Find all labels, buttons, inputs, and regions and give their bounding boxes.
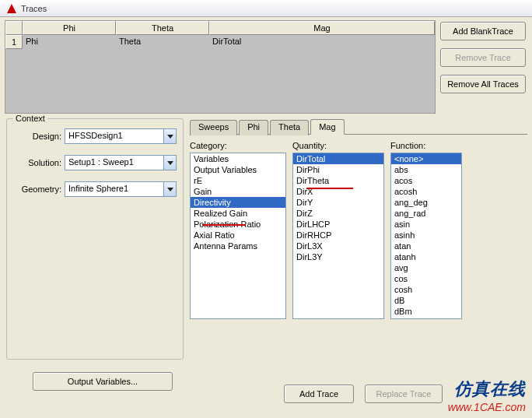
quantity-listbox[interactable]: DirTotalDirPhiDirThetaDirXDirYDirZDirLHC… — [292, 153, 384, 319]
category-listbox[interactable]: VariablesOutput VariablesrEGainDirectivi… — [190, 153, 286, 319]
remove-all-traces-button[interactable]: Remove All Traces — [440, 75, 526, 93]
list-item[interactable]: Gain — [191, 186, 285, 197]
solution-value: Setup1 : Sweep1 — [65, 156, 163, 170]
chevron-down-icon[interactable] — [163, 156, 176, 170]
list-item[interactable]: dBm — [391, 306, 461, 317]
geometry-combo[interactable]: Infinite Sphere1 — [65, 181, 177, 197]
row-phi[interactable]: Phi — [23, 35, 116, 49]
remove-trace-button[interactable]: Remove Trace — [440, 48, 526, 67]
list-item[interactable]: acosh — [391, 186, 461, 197]
function-listbox[interactable]: <none>absacosacoshang_degang_radasinasin… — [390, 153, 462, 319]
list-item[interactable]: Axial Ratio — [191, 230, 285, 241]
tab-sweeps[interactable]: Sweeps — [190, 120, 237, 135]
annotation-mark — [202, 224, 246, 226]
list-item[interactable]: ang_rad — [391, 208, 461, 219]
watermark-line1: 仿真在线 — [448, 378, 526, 401]
list-item[interactable]: DirPhi — [293, 164, 383, 175]
solution-label: Solution: — [13, 158, 61, 167]
watermark-line2: www.1CAE.com — [448, 401, 526, 413]
grid-header: Phi Theta Mag — [5, 21, 435, 35]
list-item[interactable]: DirY — [293, 197, 383, 208]
context-group: Context Design: HFSSDesign1 Solution: Se… — [6, 118, 184, 360]
function-label: Function: — [390, 141, 462, 150]
list-item[interactable]: DirZ — [293, 208, 383, 219]
quantity-label: Quantity: — [292, 141, 384, 150]
row-number[interactable]: 1 — [5, 35, 23, 49]
chevron-down-icon[interactable] — [163, 129, 176, 143]
list-item[interactable]: cos — [391, 273, 461, 284]
tab-mag[interactable]: Mag — [310, 119, 344, 135]
svg-marker-0 — [7, 4, 16, 13]
list-item[interactable]: DirL3X — [293, 241, 383, 251]
replace-trace-button[interactable]: Replace Trace — [365, 385, 443, 403]
titlebar: Traces — [0, 0, 532, 17]
grid-header-theta[interactable]: Theta — [116, 21, 209, 35]
list-item[interactable]: Realized Gain — [191, 208, 285, 219]
design-value: HFSSDesign1 — [65, 129, 163, 143]
add-trace-button[interactable]: Add Trace — [284, 385, 354, 403]
list-item[interactable]: atan — [391, 241, 461, 251]
list-item[interactable]: asin — [391, 219, 461, 230]
add-blank-trace-button[interactable]: Add BlankTrace — [440, 22, 526, 40]
window-title: Traces — [21, 4, 47, 13]
side-buttons: Add BlankTrace Remove Trace Remove All T… — [440, 20, 527, 114]
list-item[interactable]: avg — [391, 262, 461, 273]
list-item[interactable]: rE — [191, 175, 285, 186]
list-item[interactable]: abs — [391, 164, 461, 175]
context-legend: Context — [13, 114, 47, 123]
list-item[interactable]: DirL3Y — [293, 251, 383, 262]
list-item[interactable]: DirLHCP — [293, 219, 383, 230]
grid-header-rownum[interactable] — [5, 21, 23, 35]
app-icon — [6, 3, 17, 14]
list-item[interactable]: Variables — [191, 153, 285, 164]
solution-combo[interactable]: Setup1 : Sweep1 — [65, 155, 177, 170]
list-item[interactable]: cosh — [391, 284, 461, 295]
output-variables-button[interactable]: Output Variables... — [33, 372, 173, 391]
list-item[interactable]: ang_deg — [391, 197, 461, 208]
grid-empty-area — [5, 49, 435, 113]
design-label: Design: — [13, 132, 61, 141]
traces-grid-area: Phi Theta Mag 1 Phi Theta DirTotal — [5, 20, 436, 114]
list-item[interactable]: atanh — [391, 251, 461, 262]
list-item[interactable]: DirTotal — [293, 153, 383, 164]
tab-bar: Sweeps Phi Theta Mag — [190, 118, 527, 135]
list-item[interactable]: Output Variables — [191, 164, 285, 175]
row-mag[interactable]: DirTotal — [209, 35, 435, 49]
list-item[interactable]: DirTheta — [293, 175, 383, 186]
geometry-value: Infinite Sphere1 — [65, 182, 163, 196]
traces-grid[interactable]: Phi Theta Mag 1 Phi Theta DirTotal — [5, 20, 436, 114]
list-item[interactable]: <none> — [391, 153, 461, 164]
list-item[interactable]: DirRHCP — [293, 230, 383, 241]
category-label: Category: — [190, 141, 286, 150]
chevron-down-icon[interactable] — [163, 182, 176, 196]
list-item[interactable]: acos — [391, 175, 461, 186]
watermark: 仿真在线 www.1CAE.com — [448, 378, 526, 413]
tab-theta[interactable]: Theta — [270, 120, 309, 135]
list-item[interactable]: asinh — [391, 230, 461, 241]
tab-phi[interactable]: Phi — [239, 120, 268, 135]
right-panel: Sweeps Phi Theta Mag Category: Variables… — [190, 118, 527, 360]
grid-header-mag[interactable]: Mag — [209, 21, 435, 35]
geometry-label: Geometry: — [13, 184, 61, 194]
list-item[interactable]: dBW — [391, 317, 461, 319]
table-row[interactable]: 1 Phi Theta DirTotal — [5, 35, 435, 49]
design-combo[interactable]: HFSSDesign1 — [65, 128, 177, 144]
list-item[interactable]: Directivity — [191, 197, 285, 208]
list-item[interactable]: dB — [391, 295, 461, 306]
list-item[interactable]: Antenna Params — [191, 241, 285, 251]
annotation-mark — [306, 188, 353, 189]
grid-header-phi[interactable]: Phi — [23, 21, 116, 35]
row-theta[interactable]: Theta — [116, 35, 209, 49]
